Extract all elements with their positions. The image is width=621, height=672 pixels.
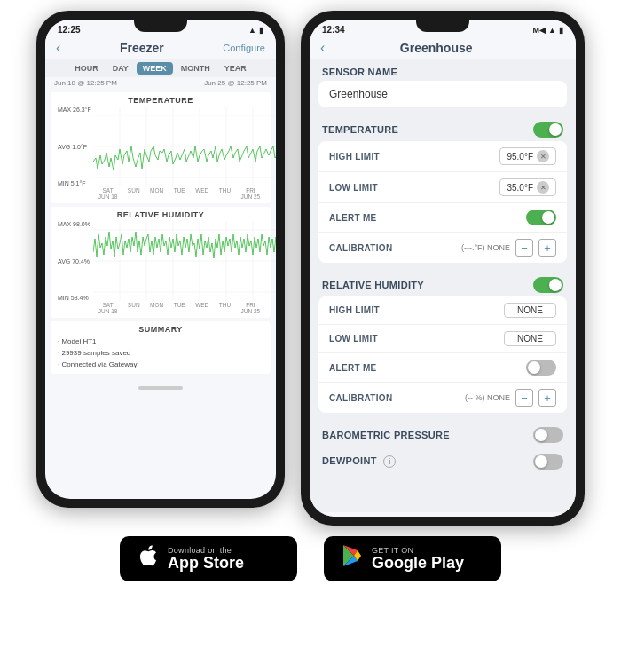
temperature-section-label: TEMPERATURE xyxy=(322,124,398,135)
nav-bar-right: ‹ Greenhouse xyxy=(310,36,576,59)
temp-alert-toggle[interactable] xyxy=(526,210,556,225)
temp-min: MIN 5.1°F xyxy=(58,180,91,186)
barometric-toggle-knob xyxy=(535,429,547,441)
hum-x-labels: SATJUN 18 SUN MON TUE WED THU FRIJUN 25 xyxy=(93,302,265,314)
temp-calibration-row: CALIBRATION (---.°F) NONE − + xyxy=(318,232,567,263)
temp-alert-toggle-knob xyxy=(542,211,554,224)
nav-title-right: Greenhouse xyxy=(400,41,473,55)
temp-high-limit-label: HIGH LIMIT xyxy=(329,152,380,162)
google-play-icon xyxy=(340,543,365,574)
hum-high-limit-row: HIGH LIMIT NONE xyxy=(318,296,567,324)
sensor-name-header: SENSOR NAME xyxy=(310,59,576,81)
temp-calibration-plus[interactable]: + xyxy=(538,239,556,257)
temp-high-close-btn[interactable]: ✕ xyxy=(537,150,549,162)
summary-item-3: · Connected via Gateway xyxy=(58,360,263,371)
x-sat: SATJUN 18 xyxy=(98,187,118,200)
hum-stats: MAX 98.0% AVG 70.4% MIN 58.4% xyxy=(58,221,90,301)
back-button-right[interactable]: ‹ xyxy=(320,40,325,56)
status-time-left: 12:25 xyxy=(58,25,81,35)
hx-sat: SATJUN 18 xyxy=(98,302,118,314)
signal-icon: M◀ xyxy=(533,26,546,35)
back-button-left[interactable]: ‹ xyxy=(56,40,60,56)
humidity-toggle[interactable] xyxy=(533,277,563,293)
temp-alert-row: ALERT ME xyxy=(318,202,567,232)
temp-low-close-btn[interactable]: ✕ xyxy=(537,181,549,194)
google-badge[interactable]: GET IT ON Google Play xyxy=(324,536,501,581)
main-container: 12:25 ▲ ▮ ‹ Freezer Configure HOUR DAY W… xyxy=(0,0,621,526)
phone-notch-right xyxy=(416,20,469,32)
summary-item-2: · 29939 samples saved xyxy=(58,348,263,360)
temperature-section-row: TEMPERATURE xyxy=(310,115,576,141)
x-wed: WED xyxy=(195,187,208,200)
temp-chart-svg xyxy=(93,107,276,186)
bottom-bar-right: ◀ ▪ xyxy=(310,512,576,517)
apple-badge[interactable]: Download on the App Store xyxy=(120,536,297,581)
phone-right: 12:34 M◀ ▲ ▮ ‹ Greenhouse SENSOR NAME xyxy=(301,11,585,526)
hx-thu: THU xyxy=(219,302,231,314)
hum-max: MAX 98.0% xyxy=(58,221,90,227)
barometric-label: BAROMETRIC PRESSURE xyxy=(322,430,450,440)
temperature-chart-label: TEMPERATURE xyxy=(56,96,265,105)
hum-chart-svg xyxy=(93,221,276,301)
temp-calibration-controls: (---.°F) NONE − + xyxy=(461,239,556,257)
x-mon: MON xyxy=(150,187,163,200)
apple-icon xyxy=(136,543,161,574)
humidity-section-row: RELATIVE HUMIDITY xyxy=(310,270,576,296)
humidity-card: HIGH LIMIT NONE LOW LIMIT NONE xyxy=(318,296,567,413)
hum-alert-label: ALERT ME xyxy=(329,363,377,373)
hum-alert-row: ALERT ME xyxy=(318,352,567,382)
temp-high-limit-row: HIGH LIMIT 95.0°F ✕ xyxy=(318,141,567,171)
nav-title-left: Freezer xyxy=(120,41,164,55)
temp-avg: AVG 1.0°F xyxy=(58,144,91,150)
temp-x-labels: SATJUN 18 SUN MON TUE WED THU FRIJUN 25 xyxy=(93,187,265,200)
status-icons-right: M◀ ▲ ▮ xyxy=(533,26,563,35)
hum-alert-toggle-knob xyxy=(528,361,540,374)
summary-section: SUMMARY · Model HT1 · 29939 samples save… xyxy=(51,321,271,374)
tab-week[interactable]: WEEK xyxy=(137,62,173,75)
hum-calibration-controls: (-- %) NONE − + xyxy=(465,389,556,407)
hum-calibration-value: (-- %) NONE xyxy=(465,393,510,402)
tab-month[interactable]: MONTH xyxy=(175,62,216,75)
status-time-right: 12:34 xyxy=(322,25,345,35)
dewpoint-info-icon[interactable]: i xyxy=(383,455,396,468)
temperature-toggle[interactable] xyxy=(533,122,563,138)
humidity-toggle-knob xyxy=(549,279,562,291)
temp-alert-label: ALERT ME xyxy=(329,213,377,223)
humidity-chart-label: RELATIVE HUMIDITY xyxy=(56,210,265,219)
hx-sun: SUN xyxy=(128,302,140,314)
configure-button[interactable]: Configure xyxy=(223,43,265,53)
google-large-text: Google Play xyxy=(372,555,464,573)
hum-low-limit-value[interactable]: NONE xyxy=(504,331,556,346)
temp-low-limit-value[interactable]: 35.0°F ✕ xyxy=(499,178,556,196)
tab-day[interactable]: DAY xyxy=(106,62,135,75)
temp-high-limit-value[interactable]: 95.0°F ✕ xyxy=(499,147,556,165)
temp-low-limit-label: LOW LIMIT xyxy=(329,183,378,193)
hum-high-limit-value[interactable]: NONE xyxy=(504,303,556,318)
temp-svg-wrap xyxy=(93,107,265,186)
hum-calibration-minus[interactable]: − xyxy=(515,389,533,407)
hum-svg-wrap xyxy=(93,221,265,301)
google-badge-text: GET IT ON Google Play xyxy=(372,546,464,573)
summary-label: SUMMARY xyxy=(58,325,263,334)
dewpoint-section-row: DEWPOINT i xyxy=(310,447,576,473)
hx-tue: TUE xyxy=(174,302,185,314)
x-thu: THU xyxy=(219,187,231,200)
humidity-section-label: RELATIVE HUMIDITY xyxy=(322,280,424,290)
barometric-toggle[interactable] xyxy=(533,427,563,443)
phone-left: 12:25 ▲ ▮ ‹ Freezer Configure HOUR DAY W… xyxy=(36,11,285,508)
temp-low-limit-row: LOW LIMIT 35.0°F ✕ xyxy=(318,171,567,202)
temp-max: MAX 26.3°F xyxy=(58,107,91,113)
hum-calibration-plus[interactable]: + xyxy=(538,389,556,407)
store-badges: Download on the App Store GET IT ON Goog… xyxy=(0,526,621,581)
status-icons-left: ▲ ▮ xyxy=(248,26,263,35)
hum-alert-toggle[interactable] xyxy=(526,360,556,376)
settings-scroll[interactable]: SENSOR NAME TEMPERATURE HIGH LIMIT xyxy=(310,59,576,512)
x-fri: FRIJUN 25 xyxy=(241,187,261,200)
tab-hour[interactable]: HOUR xyxy=(68,62,105,75)
temp-calibration-minus[interactable]: − xyxy=(515,239,533,257)
dewpoint-toggle[interactable] xyxy=(533,454,563,470)
temperature-card: HIGH LIMIT 95.0°F ✕ LOW LIMIT 35.0°F ✕ xyxy=(318,141,567,263)
battery-icon: ▮ xyxy=(259,26,263,35)
sensor-name-input[interactable] xyxy=(318,81,567,107)
tab-year[interactable]: YEAR xyxy=(218,62,253,75)
